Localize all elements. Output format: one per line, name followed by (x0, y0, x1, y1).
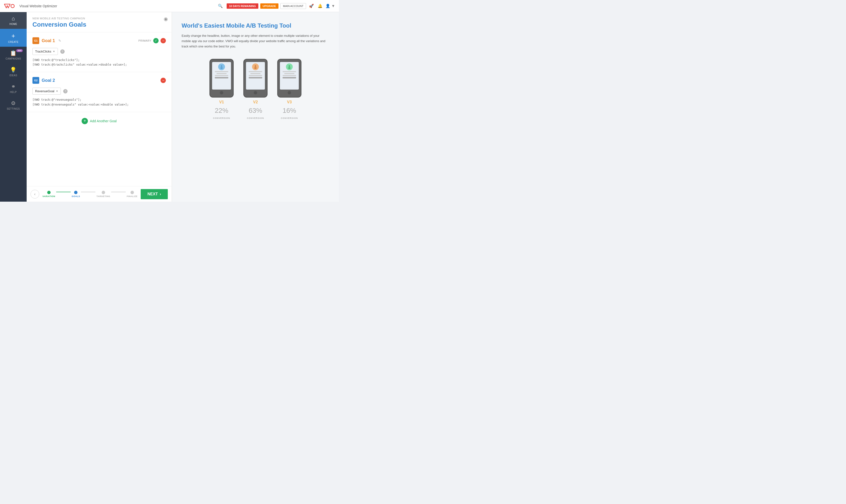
wizard-subtitle: NEW MOBILE A/B TESTING CAMPAIGN (33, 17, 166, 20)
phone-home-button (220, 91, 223, 94)
goal-1-name: Goal 1 (42, 38, 55, 43)
phone-btn-bar (215, 77, 228, 78)
goal-2-type-dropdown[interactable]: RevenueGoal ▼ (33, 88, 61, 95)
variation-1-pct: 22% (215, 107, 228, 114)
variation-1-phone (210, 59, 234, 97)
svg-point-7 (288, 67, 291, 69)
goal-1-edit-icon[interactable]: ✎ (58, 39, 61, 42)
close-icon[interactable]: ◉ (164, 16, 168, 22)
goal-2-code: [VWO track:@"revenuegoals"]; [VWO track:… (33, 97, 166, 107)
step-finalize-dot (130, 191, 134, 194)
sidebar-item-create[interactable]: + CREATE (0, 29, 26, 47)
sidebar-item-home[interactable]: ⌂ HOME (0, 12, 26, 29)
info-description: Easily change the headline, button, imag… (182, 33, 329, 49)
variation-2-pct: 63% (249, 107, 262, 114)
phone-line (250, 73, 260, 74)
goal-1-remove-button[interactable]: − (161, 38, 166, 43)
plus-icon: + (12, 32, 15, 40)
info-panel: World's Easiest Mobile A/B Testing Tool … (172, 12, 339, 202)
progress-steps: VARIATION GOALS TARGETING (39, 191, 141, 198)
bulb-icon: 💡 (10, 67, 17, 73)
upgrade-button[interactable]: UPGRADE (260, 3, 278, 9)
goal-1-type-dropdown[interactable]: TrackClicks ▼ (33, 48, 58, 55)
goal-1-dropdown-row: TrackClicks ▼ ? (33, 48, 166, 55)
phone-line (284, 73, 294, 74)
svg-point-4 (255, 65, 256, 67)
sidebar-help-label: HELP (10, 91, 17, 93)
step-targeting-label: TARGETING (96, 195, 110, 198)
bell-icon[interactable]: 🔔 (317, 3, 323, 9)
search-icon[interactable]: 🔍 (218, 4, 223, 8)
goals-container: G1 Goal 1 ✎ PRIMARY ✓ − TrackClicks (26, 33, 172, 186)
step-goals-dot (74, 191, 77, 194)
variation-3-avatar (286, 64, 293, 70)
step-targeting-dot (102, 191, 105, 194)
main-account-button[interactable]: MAIN ACCOUNT (281, 3, 306, 9)
goal-2-name: Goal 2 (42, 78, 55, 83)
goal-2-help-icon[interactable]: ? (63, 89, 68, 93)
step-line-2 (81, 192, 95, 192)
step-finalize: FINALIZE (127, 191, 138, 198)
phone-btn-bar (249, 77, 262, 78)
wizard-footer: ‹ VARIATION GOALS (26, 186, 172, 202)
step-variation: VARIATION (42, 191, 55, 198)
phone-btn-bar (283, 77, 296, 78)
variation-2-label: V2 (253, 100, 258, 104)
sidebar-item-help[interactable]: ⚭ HELP (0, 80, 26, 97)
goal-2-type-label: RevenueGoal (35, 89, 54, 93)
help-icon: ⚭ (11, 84, 16, 90)
step-targeting: TARGETING (96, 191, 110, 198)
wizard-title: Conversion Goals (33, 21, 166, 28)
content-area: NEW MOBILE A/B TESTING CAMPAIGN Conversi… (26, 12, 339, 202)
goal-2-code-line-1: [VWO track:@"revenuegoals"]; (33, 97, 166, 102)
user-icon: 👤 (325, 4, 330, 8)
goal-1-code-line-1: [VWO track:@"trackclicks"]; (33, 58, 166, 62)
wizard-header: NEW MOBILE A/B TESTING CAMPAIGN Conversi… (26, 12, 172, 33)
primary-check-icon[interactable]: ✓ (153, 38, 159, 43)
variation-3-label: V3 (287, 100, 292, 104)
next-button[interactable]: NEXT › (141, 189, 168, 199)
goal-1-help-icon[interactable]: ? (60, 49, 65, 54)
app-title: Visual Website Optimizer (19, 4, 218, 8)
add-goal-icon: + (82, 118, 88, 124)
goal-2-remove-button[interactable]: − (161, 78, 166, 83)
phones-row: V1 22% CONVERSION (182, 59, 329, 119)
goal-1-block: G1 Goal 1 ✎ PRIMARY ✓ − TrackClicks (26, 33, 172, 72)
phone-line (216, 73, 227, 74)
goal-2-block: G2 Goal 2 − RevenueGoal ▼ ? (26, 72, 172, 112)
goal-1-header: G1 Goal 1 ✎ PRIMARY ✓ − (33, 37, 166, 44)
sidebar-item-ideas[interactable]: 💡 IDEAS (0, 64, 26, 80)
step-line-3 (111, 192, 126, 192)
rocket-icon[interactable]: 🚀 (308, 3, 315, 9)
clipboard-icon: 📋 (10, 50, 17, 56)
phone-line (283, 71, 296, 72)
goal-1-type-label: TrackClicks (35, 50, 51, 53)
goal-2-header: G2 Goal 2 − (33, 77, 166, 84)
user-menu[interactable]: 👤 ▼ (325, 4, 335, 8)
days-remaining-button[interactable]: 10 DAYS REMAINING (227, 3, 258, 9)
svg-point-5 (254, 67, 257, 69)
step-variation-label: VARIATION (42, 195, 55, 198)
header: Visual Website Optimizer 🔍 10 DAYS REMAI… (0, 0, 339, 12)
svg-point-3 (220, 67, 223, 69)
svg-point-2 (221, 65, 222, 67)
sidebar-item-campaigns[interactable]: 📋 CAMPAIGNS 469 (0, 47, 26, 64)
phone-home-button (288, 91, 291, 94)
wizard-panel: NEW MOBILE A/B TESTING CAMPAIGN Conversi… (26, 12, 172, 202)
step-variation-dot (47, 191, 51, 194)
goal-2-badge: G2 (33, 77, 39, 84)
goal-1-code: [VWO track:@"trackclicks"]; [VWO track:@… (33, 58, 166, 67)
sidebar-ideas-label: IDEAS (10, 74, 17, 77)
sidebar-item-settings[interactable]: ⚙ SETTINGS (0, 97, 26, 113)
back-button[interactable]: ‹ (31, 190, 39, 198)
step-goals-label: GOALS (72, 195, 80, 198)
variation-3-col: V3 16% CONVERSION (277, 59, 302, 119)
sidebar-create-label: CREATE (8, 41, 19, 43)
svg-point-6 (289, 65, 290, 67)
variation-1-label: V1 (219, 100, 224, 104)
add-goal-row[interactable]: + Add Another Goal (26, 112, 172, 130)
goal-2-header-left: G2 Goal 2 (33, 77, 55, 84)
chevron-down-icon: ▼ (53, 50, 55, 53)
info-title: World's Easiest Mobile A/B Testing Tool (182, 22, 329, 29)
variation-2-avatar (252, 64, 259, 70)
